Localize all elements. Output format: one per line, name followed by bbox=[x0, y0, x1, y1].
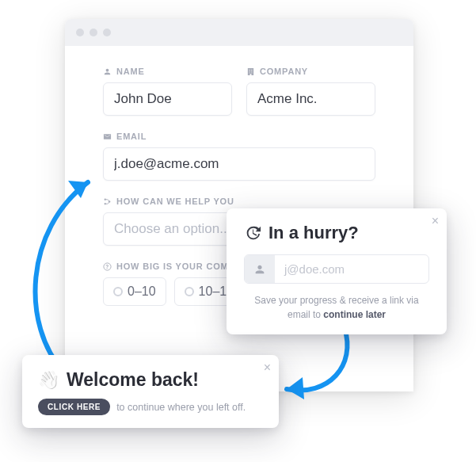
user-icon bbox=[245, 255, 275, 283]
email-input[interactable] bbox=[103, 147, 375, 181]
close-icon[interactable]: × bbox=[264, 361, 271, 374]
window-title-bar bbox=[65, 19, 413, 46]
company-field: COMPANY bbox=[246, 67, 375, 116]
welcome-popup: × 👋 Welcome back! CLICK HERE to continue… bbox=[22, 355, 279, 428]
close-icon[interactable]: × bbox=[432, 215, 439, 227]
hurry-title: In a hurry? bbox=[244, 223, 429, 243]
traffic-light-dot bbox=[89, 29, 97, 36]
name-input[interactable] bbox=[103, 82, 232, 116]
hurry-email-placeholder: j@doe.com bbox=[275, 255, 428, 283]
clock-back-icon bbox=[244, 224, 261, 242]
traffic-light-dot bbox=[76, 29, 84, 36]
welcome-title: 👋 Welcome back! bbox=[38, 369, 263, 391]
traffic-light-dot bbox=[103, 29, 111, 36]
company-input[interactable] bbox=[246, 82, 375, 116]
hurry-subtext: Save your progress & receive a link via … bbox=[244, 293, 429, 322]
company-label: COMPANY bbox=[246, 67, 375, 76]
envelope-icon bbox=[103, 132, 112, 141]
help-label: HOW CAN WE HELP YOU bbox=[103, 197, 375, 206]
hurry-popup: × In a hurry? j@doe.com Save your progre… bbox=[227, 208, 447, 334]
hurry-email-input[interactable]: j@doe.com bbox=[244, 254, 429, 284]
name-label: NAME bbox=[103, 67, 232, 76]
email-field: EMAIL bbox=[103, 132, 375, 181]
email-label: EMAIL bbox=[103, 132, 375, 141]
wave-icon: 👋 bbox=[38, 370, 59, 391]
person-icon bbox=[103, 67, 112, 76]
click-here-button[interactable]: CLICK HERE bbox=[38, 399, 110, 415]
name-field: NAME bbox=[103, 67, 232, 116]
building-icon bbox=[246, 67, 255, 76]
svg-marker-6 bbox=[287, 377, 304, 399]
arrow-to-email bbox=[21, 166, 124, 380]
welcome-subline: CLICK HERE to continue where you left of… bbox=[38, 399, 263, 415]
